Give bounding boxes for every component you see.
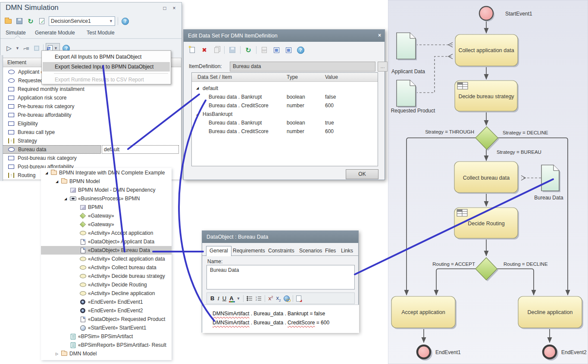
tree-item-bpsim-artifact[interactable]: «BPSim» BPSimArtifact [41,332,172,341]
task-collect-bureau[interactable]: Collect bureau data [454,162,518,193]
browse-button[interactable]: ... [378,62,388,72]
name-field[interactable]: Bureau Data [206,265,355,289]
expander-icon[interactable]: ◢ [43,171,50,175]
expander-icon[interactable]: ▷ [53,352,60,356]
tree-item-bpmn-model-pkg[interactable]: ◢BPMN Model [41,177,172,186]
tree-item-bpsim-report[interactable]: «BPSimReport» BPSimArtifact- Result [41,341,172,349]
task-accept-application[interactable]: Accept application [391,296,455,328]
start-event-node[interactable] [479,6,493,20]
expander-icon[interactable]: ◢ [196,86,199,90]
menu-item-export-runtime[interactable]: Export Runtime Results to CSV Report [43,75,170,84]
tree-item-accept-application[interactable]: «Activity» Accept application [41,229,172,237]
tab-scenarios[interactable]: Scenarios [296,246,325,256]
dataset-table-header[interactable]: Data Set / Item Type Value [192,73,378,82]
superscript-button[interactable]: x2 [268,295,273,302]
dataset-row[interactable]: Bureau data . CreditScorenumber600 [192,101,378,110]
list-item-required-installment[interactable]: Required monthly installment [2,85,181,93]
chevron-down-icon[interactable]: ▼ [237,296,241,301]
dialog-titlebar[interactable]: DataObject : Bureau Data [202,231,358,243]
bold-button[interactable]: B [210,295,214,302]
menu-item-export-all[interactable]: Export All Inputs to BPMN DataObject [43,52,170,62]
tree-item-gateway-2[interactable]: «Gateway» [41,220,172,229]
tree-item-dmn-dependency-diagram[interactable]: BPMN Model - DMN Dependency [41,186,172,194]
numbered-list-button[interactable]: 12 [256,296,262,301]
tree-item-decide-bureau-strategy[interactable]: «Activity» Decide bureau strategy [41,272,172,280]
expander-icon[interactable]: ◢ [53,180,60,184]
task-decide-bureau-strategy[interactable]: Decide bureau strategy [455,81,517,111]
ok-button[interactable]: OK [346,169,378,179]
default-def-button[interactable]: DEF [260,46,269,54]
list-item-pre-bureau-affordability[interactable]: Pre-bureau affordability [2,111,181,119]
list-item-eligibility[interactable]: Eligibility [2,119,181,128]
list-item-post-bureau-risk[interactable]: Post-bureau risk category [2,154,181,162]
expander-icon[interactable]: ◢ [62,197,69,201]
new-dataset-button[interactable] [188,46,197,54]
list-item-strategy[interactable]: ↑Strategy [2,137,181,145]
list-item-pre-bureau-risk[interactable]: Pre-bureau risk category [2,102,181,111]
task-collect-application[interactable]: Collect application data [455,34,518,66]
dialog-titlebar[interactable]: Edit Data Set For DMN ItemDefinition × [184,30,385,42]
tab-generate-module[interactable]: Generate Module [35,30,75,36]
copy-dataset-button[interactable] [212,46,221,54]
help-button[interactable]: ? [296,46,305,54]
tab-requirements[interactable]: Requirements [230,246,268,256]
stop-button[interactable] [32,44,41,53]
open-button[interactable] [4,17,13,25]
tab-constraints[interactable]: Constraints [265,246,297,256]
list-item-bureau-call-type[interactable]: Bureau call type [2,128,181,137]
task-decide-routing[interactable]: Decide Routing [454,208,518,238]
run-dropdown[interactable]: ▼ [16,46,19,50]
underline-button[interactable]: U [222,295,226,302]
dataset-row[interactable]: Bureau data . Bankruptbooleanfalse [192,93,378,101]
tab-files[interactable]: Files [322,246,339,256]
expander-icon[interactable]: ◢ [196,112,199,116]
task-decline-application[interactable]: Decline application [518,296,582,328]
run-button[interactable]: ▷ [5,44,13,53]
menu-item-export-selected[interactable]: Export Selected Input to BPMN DataObject [43,62,170,72]
notes-area[interactable]: DMNSimArtifact . Bureau_data . Bankrupt … [202,305,359,333]
close-icon[interactable]: × [378,32,381,38]
font-color-button[interactable]: A [229,295,233,302]
dataset-value-cell[interactable]: default [102,145,179,154]
refresh-dataset-button[interactable]: ↻ [244,46,253,54]
delete-dataset-button[interactable]: ✖ [200,46,209,54]
refresh-button[interactable]: ↻ [26,17,35,25]
tree-item-dmn-model-pkg[interactable]: ▷DMN Model [41,349,172,358]
italic-button[interactable]: I [217,295,219,302]
decision-service-combobox[interactable]: DecisionService1 ▼ [49,16,115,26]
tree-item-requested-product[interactable]: «DataObject» Requested Product [41,315,172,324]
tree-item-applicant-data[interactable]: «DataObject» Applicant Data [41,237,172,246]
help-button[interactable]: ? [121,17,129,25]
dataset-group-hasbankrupt[interactable]: ◢ HasBankrupt [192,110,378,118]
dataset-row[interactable]: Bureau data . Bankruptbooleantrue [192,118,378,127]
tree-item-businessprocess[interactable]: ◢«BusinessProcess» BPMN [41,194,172,203]
end-event-2-node[interactable] [543,345,556,358]
tab-links[interactable]: Links [338,246,356,256]
tree-item-endevent2[interactable]: «EndEvent» EndEvent2 [41,306,172,315]
tree-item-decide-routing[interactable]: «Activity» Decide Routing [41,280,172,289]
close-button[interactable]: × [171,6,177,12]
import-dataset-button[interactable]: ▦ [272,46,281,54]
dataset-row[interactable]: Bureau data . CreditScorenumber600 [192,127,378,136]
list-item-bureau-data[interactable]: Bureau data default [2,145,181,154]
maximize-button[interactable]: □ [162,6,168,12]
tree-item-bureau-data[interactable]: «DataObject» Bureau Data [41,246,172,255]
tree-item-endevent1[interactable]: «EndEvent» EndEvent1 [41,298,172,306]
dataset-group-default[interactable]: ◢ default [192,84,378,93]
tree-item-bpmn-diagram[interactable]: BPMN [41,203,172,212]
export-dataset-button[interactable]: ▦ [284,46,293,54]
window-titlebar[interactable]: DMN Simulation □ × [0,3,181,14]
tree-item-root-package[interactable]: ◢BPMN Integrate with DMN Complete Exampl… [41,168,172,177]
validate-button[interactable] [38,17,46,25]
tree-item-decline-application[interactable]: «Activity» Decline application [41,289,172,298]
tree-item-collect-bureau-data[interactable]: «Activity» Collect bureau data [41,263,172,272]
bullet-list-button[interactable] [247,296,253,301]
list-item-application-risk-score[interactable]: Application risk score [2,93,181,102]
save-dataset-button[interactable] [228,46,237,54]
save-button[interactable] [15,17,24,25]
itemdefinition-field[interactable]: Bureau data [230,62,375,72]
tab-general[interactable]: General [206,246,231,256]
subscript-button[interactable]: x2 [276,295,281,302]
tree-item-startevent1[interactable]: «StartEvent» StartEvent1 [41,324,172,332]
tree-item-collect-application-data[interactable]: «Activity» Collect application data [41,255,172,263]
